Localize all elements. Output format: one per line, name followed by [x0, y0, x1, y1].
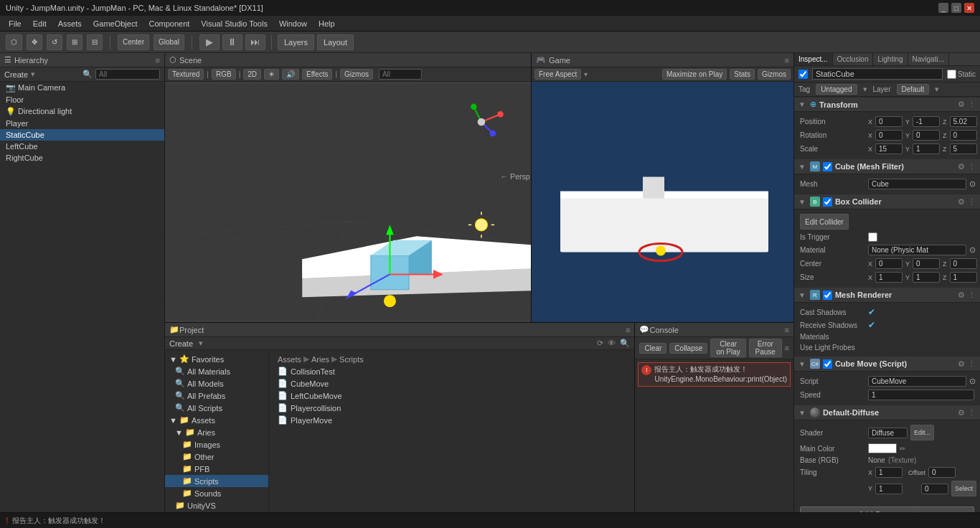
h-item-static-cube[interactable]: StaticCube: [0, 129, 164, 141]
tree-unityvs[interactable]: 📁 UnityVS: [165, 499, 268, 512]
size-z[interactable]: [950, 272, 977, 283]
scale-y[interactable]: [913, 143, 940, 154]
hierarchy-menu-icon[interactable]: ≡: [156, 56, 160, 65]
center-z[interactable]: [950, 258, 977, 269]
offset-x[interactable]: [928, 467, 956, 478]
scale-z[interactable]: [950, 143, 977, 154]
console-menu-icon[interactable]: ≡: [785, 326, 789, 334]
menu-edit[interactable]: Edit: [27, 18, 52, 29]
mesh-filter-checkbox[interactable]: [823, 162, 832, 171]
h-item-player[interactable]: Player: [0, 118, 164, 129]
scene-audio-btn[interactable]: 🔊: [282, 69, 299, 80]
mesh-field[interactable]: [868, 179, 966, 189]
scene-textured-btn[interactable]: Textured: [168, 69, 204, 80]
box-collider-dots[interactable]: ⋮: [968, 197, 976, 207]
gameobject-active-checkbox[interactable]: [798, 70, 808, 79]
position-y[interactable]: [913, 116, 940, 127]
gizmos-game-btn[interactable]: Gizmos: [758, 69, 791, 80]
h-item-main-camera[interactable]: 📷 Main Camera: [0, 82, 164, 94]
game-canvas[interactable]: [532, 82, 793, 322]
tree-other[interactable]: 📁 Other: [165, 451, 268, 463]
tree-sounds[interactable]: 📁 Sounds: [165, 487, 268, 499]
tool-btn-rotate[interactable]: ↺: [47, 34, 62, 50]
offset-y[interactable]: [921, 484, 948, 494]
file-left-cube-move[interactable]: 📄 LeftCubeMove: [275, 390, 628, 402]
mesh-renderer-dots[interactable]: ⋮: [968, 291, 976, 300]
material-field[interactable]: [868, 245, 966, 255]
cube-move-dots[interactable]: ⋮: [968, 359, 976, 369]
play-button[interactable]: ▶: [199, 34, 220, 50]
mesh-select-icon[interactable]: ⊙: [969, 179, 976, 189]
tag-dropdown[interactable]: Untagged: [816, 84, 857, 95]
h-item-right-cube[interactable]: RightCube: [0, 152, 164, 164]
tool-btn-rect[interactable]: ⊟: [87, 34, 103, 50]
file-cube-move[interactable]: 📄 CubeMove: [275, 377, 628, 390]
h-item-directional-light[interactable]: 💡 Directional light: [0, 105, 164, 118]
mesh-renderer-gear[interactable]: ⚙: [958, 291, 965, 300]
scale-x[interactable]: [875, 143, 903, 154]
layers-dropdown[interactable]: Layers: [278, 34, 314, 50]
color-pen-icon[interactable]: ✏: [900, 445, 905, 453]
tree-favorites[interactable]: ▼ ⭐ Favorites: [165, 353, 268, 365]
position-z[interactable]: [950, 116, 977, 127]
maximize-on-play-btn[interactable]: Maximize on Play: [662, 69, 727, 80]
console-error-pause-btn[interactable]: Error Pause: [749, 339, 782, 357]
project-sync-icon[interactable]: ⟳: [597, 339, 603, 348]
console-message-0[interactable]: ! 报告主人：触发器成功触发！ UnityEngine.MonoBehaviou…: [638, 362, 791, 387]
box-collider-arrow[interactable]: ▼: [798, 198, 806, 206]
scene-light-btn[interactable]: ☀: [264, 69, 279, 80]
main-color-swatch[interactable]: [868, 443, 897, 453]
console-options-icon[interactable]: ≡: [785, 344, 789, 352]
material-select-icon[interactable]: ⊙: [969, 245, 976, 255]
size-y[interactable]: [913, 272, 940, 283]
scene-2d-btn[interactable]: 2D: [243, 69, 261, 80]
project-search-icon[interactable]: 🔍: [620, 339, 630, 348]
hierarchy-search-input[interactable]: [95, 69, 160, 80]
console-collapse-btn[interactable]: Collapse: [669, 343, 707, 354]
mesh-filter-dots[interactable]: ⋮: [968, 162, 976, 171]
box-collider-checkbox[interactable]: [823, 197, 832, 207]
console-clear-btn[interactable]: Clear: [639, 343, 666, 354]
is-trigger-checkbox[interactable]: [868, 232, 877, 242]
minimize-button[interactable]: _: [938, 3, 948, 13]
tree-all-scripts[interactable]: 🔍 All Scripts: [165, 402, 268, 414]
scene-gizmos-btn[interactable]: Gizmos: [340, 69, 373, 80]
insp-tab-inspect[interactable]: Inspect...: [794, 53, 833, 65]
box-collider-gear[interactable]: ⚙: [958, 197, 965, 207]
material-arrow[interactable]: ▼: [798, 409, 806, 417]
shader-edit-btn[interactable]: Edit...: [910, 425, 934, 440]
shader-field[interactable]: [868, 428, 908, 438]
center-y[interactable]: [913, 258, 940, 269]
tree-aries[interactable]: ▼ 📁 Aries: [165, 426, 268, 438]
center-x[interactable]: [875, 258, 903, 269]
tool-btn-move[interactable]: ✥: [27, 34, 42, 50]
game-menu-icon[interactable]: ≡: [785, 56, 789, 65]
mesh-filter-gear[interactable]: ⚙: [958, 162, 965, 171]
insp-tab-occlusion[interactable]: Occlusion: [833, 53, 874, 65]
insp-tab-lighting[interactable]: Lighting: [873, 53, 908, 65]
scene-canvas[interactable]: ← Persp: [165, 82, 531, 322]
file-player-collision[interactable]: 📄 Playercollision: [275, 402, 628, 414]
close-button[interactable]: ✕: [964, 3, 974, 13]
material-gear[interactable]: ⚙: [958, 408, 965, 418]
cube-move-gear[interactable]: ⚙: [958, 359, 965, 369]
free-aspect-btn[interactable]: Free Aspect: [534, 69, 581, 80]
speed-field[interactable]: [868, 390, 974, 400]
tool-btn-hand[interactable]: ⬡: [6, 34, 22, 50]
rotation-y[interactable]: [913, 130, 940, 141]
project-eye-icon[interactable]: 👁: [608, 339, 616, 348]
mesh-renderer-checkbox[interactable]: [823, 291, 832, 300]
tree-images[interactable]: 📁 Images: [165, 438, 268, 451]
tree-assets[interactable]: ▼ 📁 Assets: [165, 414, 268, 426]
transform-arrow[interactable]: ▼: [798, 100, 806, 108]
cube-move-arrow[interactable]: ▼: [798, 360, 806, 368]
position-x[interactable]: [875, 116, 903, 127]
transform-dots[interactable]: ⋮: [968, 100, 976, 109]
project-create-btn[interactable]: Create: [169, 339, 193, 348]
script-select-icon[interactable]: ⊙: [969, 377, 976, 386]
mesh-filter-arrow[interactable]: ▼: [798, 163, 806, 171]
center-toggle[interactable]: Center: [118, 34, 149, 50]
project-menu-icon[interactable]: ≡: [626, 326, 630, 334]
step-button[interactable]: ⏭: [245, 34, 265, 50]
menu-window[interactable]: Window: [273, 18, 313, 29]
